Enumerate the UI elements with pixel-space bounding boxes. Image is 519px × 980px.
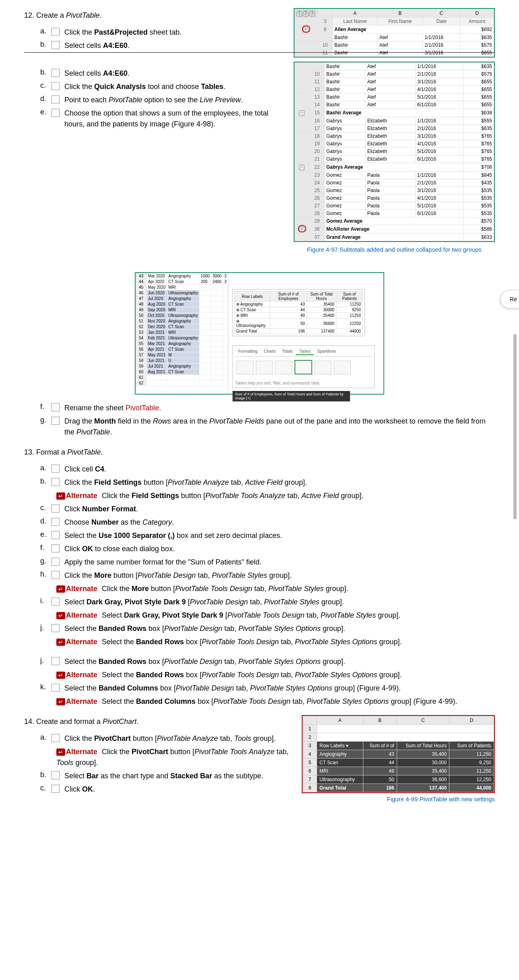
checkbox[interactable] bbox=[51, 465, 60, 473]
checkbox[interactable] bbox=[51, 734, 60, 742]
checkbox[interactable] bbox=[51, 598, 60, 606]
step-13-j: j. Select the Banded Rows box [PivotTabl… bbox=[40, 623, 495, 634]
checkbox[interactable] bbox=[51, 771, 60, 779]
checkbox[interactable] bbox=[51, 109, 60, 117]
figure-4-98: 43Mar 2020Angiography10003000344Apr 2020… bbox=[135, 272, 384, 395]
fig97-bottom-table: BashirAtef1/1/2016$63510BashirAtef2/1/20… bbox=[295, 62, 494, 241]
checkbox[interactable] bbox=[51, 69, 60, 77]
step-13-a: a. Click cell C4. bbox=[40, 464, 495, 475]
checkbox[interactable] bbox=[51, 531, 60, 539]
checkbox[interactable] bbox=[51, 95, 60, 103]
step-13-d: d. Choose Number as the Category. bbox=[40, 517, 495, 528]
step-13-c: c. Click Number Format. bbox=[40, 504, 495, 515]
checkbox[interactable] bbox=[51, 403, 60, 411]
step-13-g: g. Apply the same number format for the … bbox=[40, 557, 495, 568]
step-13-j-alt: ↵Alternate Select the Banded Rows box [P… bbox=[56, 637, 495, 647]
step-13-e: e. Select the Use 1000 Separator (,) box… bbox=[40, 530, 495, 541]
step-12-b-repeat: b. Select cells A4:E60. bbox=[40, 68, 286, 79]
checkbox[interactable] bbox=[51, 657, 60, 665]
checkbox[interactable] bbox=[51, 41, 60, 49]
step-12-a: a. Click the Past&Projected sheet tab. bbox=[40, 27, 286, 38]
step-12-g: g. Drag the Month field in the Rows area… bbox=[40, 416, 495, 438]
figure-4-99: ABCD123Row Labels ▾Sum of # ofSum of Tot… bbox=[302, 715, 495, 810]
step-14-b: b. Select Bar as the chart type and Stac… bbox=[40, 771, 294, 782]
checkbox[interactable] bbox=[51, 518, 60, 526]
scrollbar-thumb[interactable] bbox=[513, 334, 517, 519]
step-12-f: f. Rename the sheet PivotTable. bbox=[40, 403, 495, 414]
step-13: 13. Format a PivotTable. bbox=[24, 448, 495, 457]
checkbox[interactable] bbox=[51, 558, 60, 566]
step-13-f: f. Click OK to close each dialog box. bbox=[40, 544, 495, 554]
step-13-b-alt: ↵Alternate Click the Field Settings butt… bbox=[56, 490, 495, 501]
fig97-top-table: 123ABCD3Last NameFirst NameDateAmount+8A… bbox=[295, 9, 494, 57]
checkbox[interactable] bbox=[51, 28, 60, 36]
step-12-c: c. Click the Quick Analysis tool and cho… bbox=[40, 81, 286, 92]
checkbox[interactable] bbox=[51, 624, 60, 632]
step-13-b: b. Click the Field Settings button [Pivo… bbox=[40, 477, 495, 488]
alternate-icon: ↵ bbox=[56, 672, 65, 679]
checkbox[interactable] bbox=[51, 684, 60, 692]
step-13-h-alt: ↵Alternate Click the More button [PivotT… bbox=[56, 583, 495, 594]
alternate-icon: ↵ bbox=[56, 585, 65, 593]
alternate-icon: ↵ bbox=[56, 698, 65, 705]
feedback-bubble[interactable]: Re bbox=[500, 290, 519, 308]
checkbox[interactable] bbox=[51, 571, 60, 579]
step-13-k-alt: ↵Alternate Select the Banded Columns box… bbox=[56, 696, 495, 707]
alternate-icon: ↵ bbox=[56, 639, 65, 646]
figure-4-97-extended: BashirAtef1/1/2016$63510BashirAtef2/1/20… bbox=[294, 62, 495, 260]
step-12-d: d. Point to each PivotTable option to se… bbox=[40, 95, 286, 105]
step-13-j-dup-alt: ↵Alternate Select the Banded Rows box [P… bbox=[56, 670, 495, 680]
checkbox[interactable] bbox=[51, 504, 60, 513]
alternate-icon: ↵ bbox=[56, 748, 65, 756]
step-13-j-duplicate: j. Select the Banded Rows box [PivotTabl… bbox=[40, 656, 495, 667]
step-14-a: a. Click the PivotChart button [PivotTab… bbox=[40, 733, 294, 744]
step-13-i: i. Select Dark Gray, Pivot Style Dark 9 … bbox=[40, 597, 495, 608]
step-12-e: e. Choose the option that shows a sum of… bbox=[40, 108, 286, 130]
checkbox[interactable] bbox=[51, 82, 60, 90]
step-12-b: b. Select cells A4:E60. bbox=[40, 40, 286, 51]
figure-4-97: 123ABCD3Last NameFirst NameDateAmount+8A… bbox=[294, 8, 495, 58]
checkbox[interactable] bbox=[51, 478, 60, 486]
page-cut-line bbox=[24, 52, 495, 53]
figure-4-97-caption: Figure 4-97 Subtotals added and outline … bbox=[294, 246, 495, 253]
alternate-icon: ↵ bbox=[56, 612, 65, 619]
step-13-h: h. Click the More button [PivotTable Des… bbox=[40, 570, 495, 581]
figure-4-99-caption: Figure 4-99 PivotTable with new settings bbox=[302, 796, 495, 802]
checkbox[interactable] bbox=[51, 544, 60, 552]
checkbox[interactable] bbox=[51, 785, 60, 793]
step-13-i-alt: ↵Alternate Select Dark Gray, Pivot Style… bbox=[56, 610, 495, 621]
step-14-c: c. Click OK. bbox=[40, 784, 294, 795]
checkbox[interactable] bbox=[51, 417, 60, 425]
alternate-icon: ↵ bbox=[56, 492, 65, 500]
step-13-k: k. Select the Banded Columns box [PivotT… bbox=[40, 683, 495, 694]
